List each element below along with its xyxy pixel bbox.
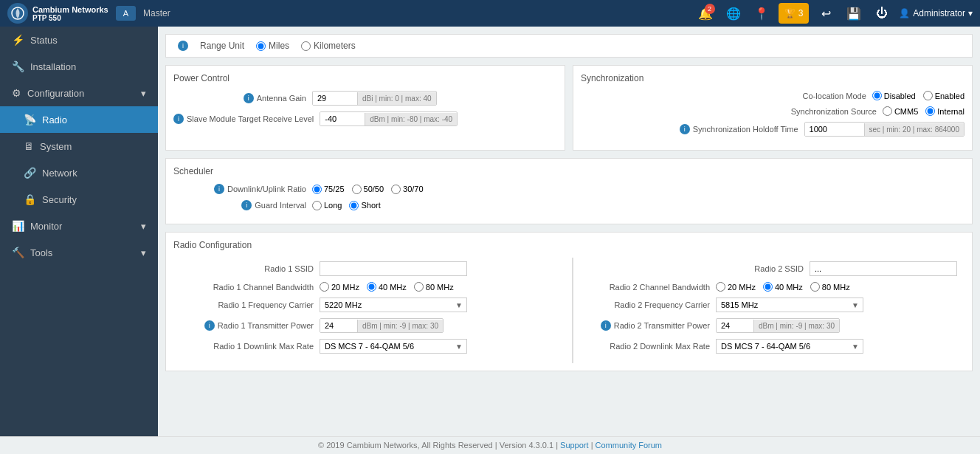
scheduler-panel: Scheduler i Downlink/Uplink Ratio 75/25 … (165, 158, 973, 224)
notification-count: 2 (705, 4, 715, 14)
antenna-gain-input-group: dBi | min: 0 | max: 40 (312, 91, 437, 106)
configuration-expand-icon: ▾ (141, 88, 146, 99)
support-link[interactable]: Support (560, 441, 589, 450)
r1-bw-80[interactable]: 80 MHz (414, 282, 454, 292)
range-unit-km-radio[interactable] (301, 41, 311, 51)
undo-button[interactable]: ↩ (815, 2, 837, 24)
guard-long-radio[interactable] (312, 201, 322, 210)
power-button[interactable]: ⏻ (871, 2, 893, 24)
sidebar-label-radio: Radio (42, 114, 67, 125)
sidebar-item-status[interactable]: ⚡ Status (0, 27, 158, 53)
radio1-col: Radio 1 SSID Radio 1 Channel Bandwidth 2… (173, 258, 568, 363)
sidebar-item-installation[interactable]: 🔧 Installation (0, 53, 158, 80)
sync-source-internal[interactable]: Internal (925, 106, 965, 116)
power-sync-row: Power Control i Antenna Gain dBi | min: … (165, 65, 973, 151)
sync-source-row: Synchronization Source CMM5 Internal (581, 106, 965, 116)
antenna-gain-input[interactable] (313, 92, 357, 105)
header: Cambium Networks PTP 550 A Master 🔔 2 🌐 … (0, 0, 980, 27)
sidebar-label-tools: Tools (30, 247, 52, 258)
r2-txpower-input-group: dBm | min: -9 | max: 30 (716, 318, 840, 333)
guard-short-radio[interactable] (349, 201, 359, 210)
r2-ssid-row: Radio 2 SSID (577, 261, 957, 276)
sidebar-item-configuration[interactable]: ⚙ Configuration ▾ (0, 80, 158, 106)
power-control-panel: Power Control i Antenna Gain dBi | min: … (165, 65, 565, 151)
scheduler-title: Scheduler (173, 166, 965, 176)
sidebar-item-monitor[interactable]: 📊 Monitor ▾ (0, 213, 158, 239)
sync-source-cmm5-radio[interactable] (883, 106, 892, 116)
sidebar-item-security[interactable]: 🔒 Security (0, 186, 158, 213)
security-icon: 🔒 (24, 193, 36, 205)
location-button[interactable]: 📍 (750, 2, 773, 24)
sidebar-item-radio[interactable]: 📡 Radio (0, 106, 158, 133)
holdoff-input-group: sec | min: 20 | max: 864000 (804, 122, 965, 137)
dl-ul-row: i Downlink/Uplink Ratio 75/25 50/50 30/7… (173, 184, 965, 194)
range-unit-miles-radio[interactable] (256, 41, 266, 51)
status-icon: ⚡ (12, 34, 24, 46)
r1-txpower-input[interactable] (320, 319, 357, 332)
r2-txpower-input[interactable] (717, 319, 753, 332)
dl-ul-50-50[interactable]: 50/50 (352, 185, 384, 194)
r2-bw-40[interactable]: 40 MHz (763, 282, 803, 292)
r1-ssid-input[interactable] (320, 261, 467, 276)
r1-txpower-input-group: dBm | min: -9 | max: 30 (320, 318, 444, 333)
sidebar-item-network[interactable]: 🔗 Network (0, 159, 158, 186)
r2-freq-label: Radio 2 Frequency Carrier (577, 300, 710, 309)
sync-source-internal-radio[interactable] (925, 106, 935, 116)
dl-ul-75-25-radio[interactable] (312, 185, 322, 194)
dl-ul-30-70[interactable]: 30/70 (391, 185, 424, 194)
notifications-button[interactable]: 🔔 2 (694, 2, 717, 24)
dl-ul-50-50-radio[interactable] (352, 185, 362, 194)
monitor-expand-icon: ▾ (141, 221, 146, 232)
r1-bw-40[interactable]: 40 MHz (367, 282, 407, 292)
sidebar-label-configuration: Configuration (27, 88, 84, 99)
sync-source-group: CMM5 Internal (883, 106, 965, 116)
slave-target-input[interactable] (320, 112, 365, 125)
co-location-enabled[interactable]: Enabled (923, 91, 965, 100)
range-unit-km[interactable]: Kilometers (301, 41, 356, 51)
r1-freq-select-wrapper: 5220 MHz ▼ (320, 297, 467, 312)
holdoff-input[interactable] (805, 123, 864, 136)
alarm-icon: 🏆 (784, 8, 796, 18)
sidebar-item-tools[interactable]: 🔨 Tools ▾ (0, 239, 158, 266)
r1-dlmax-select[interactable]: DS MCS 7 - 64-QAM 5/6 (320, 339, 467, 354)
r2-bw-80[interactable]: 80 MHz (810, 282, 850, 292)
antenna-gain-info-icon: i (244, 93, 254, 103)
r1-freq-select[interactable]: 5220 MHz (320, 297, 467, 312)
r2-txpower-info-icon: i (601, 320, 611, 331)
r1-freq-label: Radio 1 Frequency Carrier (181, 300, 314, 309)
guard-interval-row: i Guard Interval Long Short (173, 200, 965, 210)
co-location-disabled[interactable]: Disabled (872, 91, 916, 100)
r2-bw-group: 20 MHz 40 MHz 80 MHz (716, 282, 850, 292)
save-button[interactable]: 💾 (843, 2, 865, 24)
r2-dlmax-select[interactable]: DS MCS 7 - 64-QAM 5/6 (716, 339, 863, 354)
guard-interval-group: Long Short (312, 201, 381, 210)
radio-config-panel: Radio Configuration Radio 1 SSID Radio 1… (165, 232, 973, 371)
dl-ul-30-70-radio[interactable] (391, 185, 401, 194)
sync-source-cmm5[interactable]: CMM5 (883, 106, 918, 116)
community-forum-link[interactable]: Community Forum (596, 441, 662, 450)
r1-txpower-row: i Radio 1 Transmitter Power dBm | min: -… (181, 318, 561, 333)
globe-button[interactable]: 🌐 (722, 2, 745, 24)
r2-freq-select[interactable]: 5815 MHz (716, 297, 863, 312)
sidebar-label-monitor: Monitor (30, 221, 62, 232)
sidebar-label-network: Network (42, 168, 77, 179)
dl-ul-label: i Downlink/Uplink Ratio (173, 184, 306, 194)
r2-bw-20[interactable]: 20 MHz (716, 282, 756, 292)
tools-icon: 🔨 (12, 247, 24, 258)
sidebar-item-system[interactable]: 🖥 System (0, 133, 158, 159)
alarm-button[interactable]: 🏆 3 (779, 3, 810, 24)
r2-bw-label: Radio 2 Channel Bandwidth (577, 283, 710, 292)
co-location-disabled-radio[interactable] (872, 91, 882, 100)
user-menu[interactable]: 👤 Administrator ▾ (899, 8, 973, 18)
r2-dlmax-select-wrapper: DS MCS 7 - 64-QAM 5/6 ▼ (716, 339, 863, 354)
radio-config-title: Radio Configuration (173, 240, 965, 250)
guard-long[interactable]: Long (312, 201, 342, 210)
slave-target-row: i Slave Module Target Receive Level dBm … (173, 111, 557, 126)
holdoff-hint: sec | min: 20 | max: 864000 (864, 123, 964, 136)
co-location-enabled-radio[interactable] (923, 91, 933, 100)
range-unit-miles[interactable]: Miles (256, 41, 289, 51)
r2-ssid-input[interactable] (810, 261, 957, 276)
r1-bw-20[interactable]: 20 MHz (320, 282, 359, 292)
dl-ul-75-25[interactable]: 75/25 (312, 185, 345, 194)
guard-short[interactable]: Short (349, 201, 380, 210)
